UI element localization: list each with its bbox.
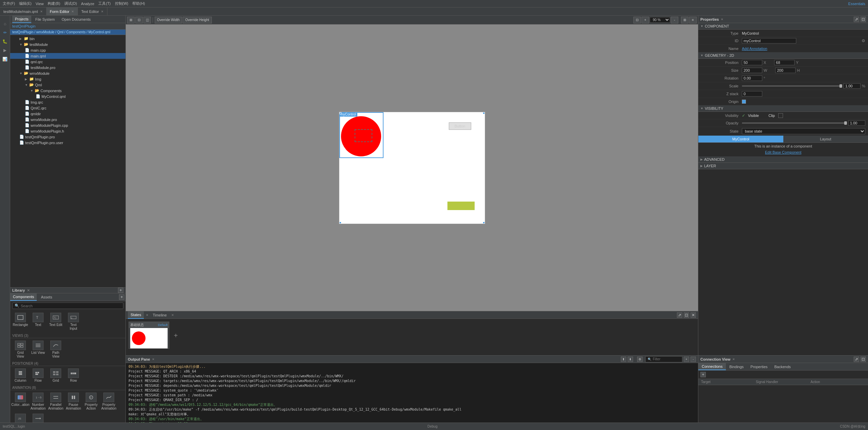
comp-text-edit[interactable]: T| Text Edit — [48, 312, 64, 331]
handle-bl[interactable] — [339, 222, 341, 224]
states-close-btn[interactable]: ✕ — [691, 312, 696, 318]
tree-item-main-cpp[interactable]: 📄 main.cpp — [10, 47, 125, 53]
menu-view[interactable]: View — [36, 2, 44, 6]
handle-tr[interactable] — [483, 112, 485, 114]
tree-item-components[interactable]: ▼ 📂 Components — [10, 88, 125, 93]
conn-undock-btn[interactable]: ⊡ — [861, 357, 866, 362]
prop-zstack-input[interactable] — [742, 91, 762, 97]
comp-path-view[interactable]: Path View — [48, 340, 64, 359]
library-tab-components[interactable]: Components — [10, 293, 37, 301]
comp-list-view[interactable]: List View — [30, 340, 46, 359]
handle-tl[interactable] — [339, 112, 341, 114]
search-input[interactable] — [21, 304, 121, 308]
menu-tools[interactable]: 工具(T) — [98, 1, 110, 6]
clip-checkbox[interactable] — [778, 113, 783, 118]
handle-br[interactable] — [483, 222, 485, 224]
props-extend-btn[interactable]: ⇗ — [854, 17, 859, 22]
tree-item-testqmlplugin-pro[interactable]: 📄 testQmlPlugin.pro — [10, 134, 125, 140]
dashed-rect[interactable] — [355, 129, 372, 142]
prop-size-h-input[interactable] — [775, 68, 796, 73]
comp-pause-animation[interactable]: Pause Animation — [65, 392, 82, 411]
library-components-add-btn[interactable]: + — [118, 288, 123, 293]
prop-position-y-input[interactable] — [774, 60, 795, 65]
prop-id-value[interactable] — [742, 38, 860, 44]
tree-item-testqmlplugin-pro-user[interactable]: 📄 testQmlPlugin.pro.user — [10, 140, 125, 145]
tab-states[interactable]: States — [128, 311, 144, 319]
comp-row[interactable]: Row — [65, 367, 82, 383]
scale-slider-thumb[interactable] — [839, 84, 842, 88]
comp-grid[interactable]: Grid — [48, 367, 64, 383]
menu-edit[interactable]: 编辑(E) — [19, 1, 32, 6]
menu-control[interactable]: 控制(W) — [115, 1, 129, 6]
tree-item-wmxmoduleplugin-cpp[interactable]: 📄 wmxModulePlugin.cpp — [10, 122, 125, 128]
comp-color-animation[interactable]: Color...ation — [12, 392, 29, 411]
nav-design-icon[interactable]: ✏ — [1, 29, 9, 37]
properties-close-icon[interactable]: ✕ — [721, 18, 724, 21]
prop-scale-input[interactable] — [844, 83, 861, 89]
output-down-btn[interactable]: ⬇ — [628, 357, 633, 362]
comp-rectangle[interactable]: Rectangle — [12, 312, 29, 331]
tab-text-editor[interactable]: Text Editor ✕ — [78, 7, 107, 15]
tree-item-qml-qrc[interactable]: 📄 qml.qrc — [10, 59, 125, 65]
tab-main-qml[interactable]: testModule/main.qml ✕ — [0, 7, 47, 15]
tree-item-mycontrol-qml[interactable]: 📄 MyControl.qml — [10, 93, 125, 99]
states-undock-btn[interactable]: ⊡ — [684, 312, 689, 318]
library-assets-add-btn[interactable]: + — [119, 294, 124, 300]
output-add-btn[interactable]: + — [684, 357, 689, 362]
menu-file[interactable]: 文件(F) — [3, 1, 15, 6]
states-extend-btn[interactable]: ⇗ — [677, 312, 682, 318]
opacity-slider-thumb[interactable] — [844, 121, 847, 125]
tab-main-qml-close[interactable]: ✕ — [40, 10, 43, 13]
tab-filesystem[interactable]: File System — [33, 16, 57, 23]
tree-item-wmxmoduleplugin-h[interactable]: 📄 wmxModulePlugin.h — [10, 128, 125, 134]
output-filter-input[interactable] — [653, 357, 680, 361]
advanced-section-header[interactable]: ▶ ADVANCED — [698, 156, 868, 163]
conn-tab-backends[interactable]: Backends — [771, 363, 794, 370]
conn-tab-bindings[interactable]: Bindings — [726, 363, 747, 370]
props-undock-btn[interactable]: ⊡ — [861, 17, 866, 22]
search-box[interactable]: 🔍 — [12, 303, 123, 309]
visibility-check-icon[interactable]: ✓ — [742, 113, 745, 118]
green-rect-element[interactable] — [447, 202, 475, 210]
override-width-field[interactable]: Override Width — [155, 17, 182, 23]
button-element[interactable]: Button — [449, 122, 471, 130]
conn-add-connection-btn[interactable]: + — [700, 372, 706, 377]
output-filter-box[interactable]: 🔍 — [645, 356, 682, 362]
output-minus-btn[interactable]: - — [691, 357, 696, 362]
nav-welcome-icon[interactable]: ⌂ — [1, 20, 9, 28]
menu-debug[interactable]: 调试(D) — [64, 1, 77, 6]
zoom-in-btn[interactable]: + — [642, 17, 649, 23]
library-tab-assets[interactable]: Assets — [38, 293, 55, 301]
comp-grid-view[interactable]: Grid View — [12, 340, 29, 359]
component-section-header[interactable]: ▼ COMPONENT — [698, 23, 868, 30]
prop-position-x-input[interactable] — [742, 60, 762, 65]
conn-tab-connections[interactable]: Connections — [698, 363, 726, 370]
prop-size-w-input[interactable] — [742, 68, 762, 73]
comp-text-input[interactable]: Text Input — [65, 312, 82, 331]
comp-property-action[interactable]: P Property Action — [83, 392, 99, 411]
menu-help[interactable]: 帮助(H) — [132, 1, 145, 6]
tree-item-wmxmodule-pro[interactable]: 📄 wmxModule.pro — [10, 117, 125, 122]
show-overlay-btn[interactable]: ◫ — [143, 17, 151, 23]
prop-rotation-input[interactable] — [742, 75, 762, 81]
show-bounds-btn[interactable]: ⊡ — [135, 17, 143, 23]
prop-id-gear-icon[interactable]: ⚙ — [862, 38, 865, 43]
geometry-section-header[interactable]: ▼ GEOMETRY - 2D — [698, 52, 868, 59]
tab-timeline[interactable]: Timeline — [150, 311, 169, 319]
menu-analyze[interactable]: Analyze — [81, 2, 94, 6]
add-annotation-btn[interactable]: Add Annotation — [742, 47, 767, 51]
override-height-field[interactable]: Override Height — [183, 17, 212, 23]
tree-item-main-qml[interactable]: 📄 main.qml — [10, 53, 125, 59]
scale-slider[interactable] — [742, 85, 842, 87]
prop-id-input[interactable] — [742, 38, 796, 44]
tab-projects[interactable]: Projects — [12, 16, 31, 23]
prop-origin-indicator[interactable] — [742, 100, 746, 104]
conn-tab-properties[interactable]: Properties — [747, 363, 771, 370]
output-pane-close-icon[interactable]: ✕ — [152, 358, 155, 361]
prop-opacity-input[interactable] — [848, 120, 865, 126]
connection-view-close-icon[interactable]: ✕ — [732, 358, 735, 361]
tree-item-bin[interactable]: ▶ 📁 bin — [10, 36, 125, 41]
comp-flow[interactable]: Flow — [30, 367, 46, 383]
menu-build[interactable]: 构建(B) — [48, 1, 60, 6]
grid-view-toggle[interactable]: ⊞ — [681, 17, 688, 23]
